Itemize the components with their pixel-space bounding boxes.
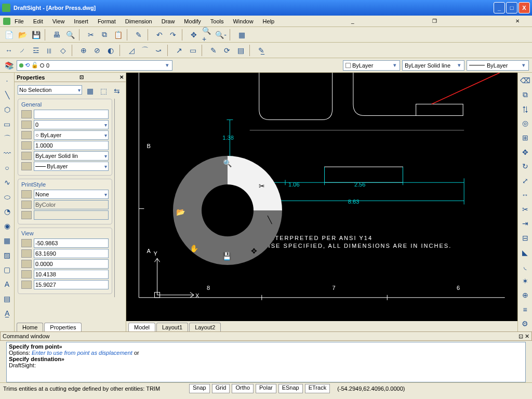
view-z[interactable]: 0.0000 [34,259,109,269]
linetype-combo[interactable]: ByLayer Solid line ▾ [402,60,464,71]
prop-linecolor[interactable]: ○ ByLayer▾ [34,130,109,140]
point-icon[interactable]: · [2,75,13,86]
pencil-button[interactable]: ✎ [133,29,144,41]
region-icon[interactable]: ▢ [2,264,13,275]
radial-move-icon[interactable]: ✥ [251,247,261,257]
dim-update-icon[interactable]: ⟳ [221,45,233,56]
tab-home[interactable]: Home [17,323,43,331]
radial-open-icon[interactable]: 📂 [176,208,187,218]
hatch-icon[interactable]: ▨ [2,249,13,261]
spline-icon[interactable]: ∿ [2,177,13,188]
extend-icon[interactable]: ⇥ [520,218,531,230]
arc-icon[interactable]: ⌒ [2,133,13,144]
radial-zoom-icon[interactable]: 🔍 [223,159,233,169]
block-icon[interactable]: ▦ [2,235,13,246]
view-x[interactable]: -50.9863 [34,238,109,248]
paste-button[interactable]: 📋 [112,29,124,41]
mtext-icon[interactable]: A̲ [2,308,13,319]
menu-dimension[interactable]: Dimension [125,18,152,24]
radial-pan-icon[interactable]: ✋ [190,244,200,255]
dim-style-icon[interactable]: ▤ [235,45,246,56]
circle-icon[interactable]: ○ [2,162,13,174]
polygon-icon[interactable]: ⬡ [2,104,13,115]
mdi-restore[interactable]: ❐ [431,18,439,24]
rectangle-icon[interactable]: ▭ [2,118,13,130]
trim-icon[interactable]: ✂ [520,204,531,215]
chevron-down-icon[interactable]: ▾ [164,62,171,69]
stretch-icon[interactable]: ↔ [520,190,531,201]
array-icon[interactable]: ⊞ [520,132,531,143]
props-icon[interactable]: ⚙ [520,318,531,330]
drawing-canvas[interactable]: B A 8 7 6 Y X [126,73,517,321]
text-icon[interactable]: A [2,278,13,290]
zoom-in-button[interactable]: 🔍+ [202,29,213,41]
menu-window[interactable]: Window [233,18,253,24]
etrack-toggle[interactable]: ETrack [305,384,330,393]
minimize-button[interactable]: _ [494,2,505,14]
tab-model[interactable]: Model [128,323,155,331]
tab-layout1[interactable]: Layout1 [156,323,188,331]
menu-format[interactable]: Format [98,18,116,24]
view-h[interactable]: 10.4138 [34,270,109,279]
ellipse-icon[interactable]: ⬭ [2,191,13,203]
dim-arc-icon[interactable]: ⌒ [139,45,151,56]
scale-icon[interactable]: ⤢ [520,175,531,187]
polar-toggle[interactable]: Polar [256,384,276,393]
print-preview-button[interactable]: 🔍 [64,29,76,41]
menu-edit[interactable]: Edit [33,18,43,24]
radial-menu[interactable]: 🔍 ✂ ╲ ✥ 💾 ✋ 📂 [173,156,282,265]
close-button[interactable]: X [518,2,530,14]
menu-file[interactable]: File [15,18,24,24]
dim-ordinate-icon[interactable]: ◇ [57,45,69,56]
zoom-out-button[interactable]: 🔍- [215,29,227,41]
prop-scale[interactable]: 1.0000 [34,141,109,150]
copy-mod-icon[interactable]: ⧉ [520,89,531,101]
color-combo[interactable]: ByLayer ▾ [343,60,400,71]
tab-layout2[interactable]: Layout2 [189,323,221,331]
dim-continue-icon[interactable]: ⫼ [44,45,55,56]
dim-angular-icon[interactable]: ◿ [126,45,137,56]
redo-button[interactable]: ↷ [167,29,179,41]
lineweight-combo[interactable]: ByLayer ▾ [467,60,529,71]
panel-scrollbar[interactable] [114,99,123,297]
layer-combo[interactable]: ⟲ 🔓 0 ▾ [17,60,172,71]
panel-pin-icon[interactable]: ⊡ [79,74,84,80]
mdi-close[interactable]: ✕ [515,18,520,24]
explode-icon[interactable]: ✶ [520,275,531,287]
dim-linear-icon[interactable]: ↔ [3,45,15,56]
selection-combo[interactable]: No Selection ▾ [18,85,82,95]
tolerance-icon[interactable]: ▭ [187,45,198,56]
menu-modify[interactable]: Modify [184,18,201,24]
dim-baseline-icon[interactable]: ☲ [30,45,42,56]
mdi-minimize[interactable]: _ [351,18,354,24]
options-button[interactable]: ▦ [236,29,247,41]
snap-toggle[interactable]: Snap [189,384,210,393]
dim-radius-icon[interactable]: ◐ [105,45,116,56]
select-icon[interactable]: ⬚ [98,85,109,97]
tab-properties[interactable]: Properties [44,323,82,331]
command-close-icon[interactable]: ✕ [523,333,529,340]
undo-button[interactable]: ↶ [154,29,165,41]
leader-icon[interactable]: ↗ [174,45,185,56]
dim-aligned-icon[interactable]: ⟋ [17,45,28,56]
dim-override-icon[interactable]: ✎̲ [256,45,267,56]
menu-insert[interactable]: Insert [74,18,88,24]
radial-save-icon[interactable]: 💾 [222,252,233,262]
mirror-icon[interactable]: ⮁ [520,103,531,115]
dim-jog-icon[interactable]: ⤻ [153,45,164,56]
layer-manager-icon[interactable]: 📚 [3,60,15,71]
menu-tools[interactable]: Tools [210,18,224,24]
dim-center-icon[interactable]: ⊕ [78,45,89,56]
quickselect-icon[interactable]: ▦ [84,85,96,97]
prop-printstyle[interactable]: None▾ [34,190,109,199]
move-icon[interactable]: ✥ [520,147,531,158]
prop-empty[interactable] [34,110,109,119]
polyline-icon[interactable]: 〰 [2,148,13,159]
copy-button[interactable]: ⧉ [99,29,110,41]
view-w[interactable]: 15.9027 [34,280,109,289]
open-button[interactable]: 📂 [17,29,28,41]
chamfer-icon[interactable]: ◣ [520,247,531,258]
toggle-icon[interactable]: ⇆ [111,85,123,97]
prop-layer[interactable]: 0▾ [34,120,109,129]
table-icon[interactable]: ▤ [2,293,13,304]
